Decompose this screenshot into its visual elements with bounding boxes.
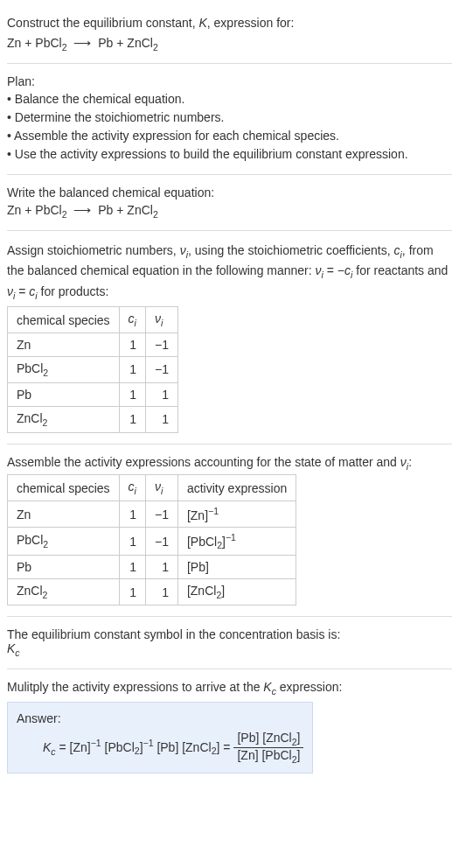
cell-ci: 1	[119, 579, 145, 606]
prompt-section: Construct the equilibrium constant, K, e…	[7, 7, 452, 60]
cell-vi: 1	[145, 556, 177, 579]
divider	[7, 174, 452, 175]
multiply-text: Mulitply the activity expressions to arr…	[7, 680, 452, 696]
cell-vi: 1	[145, 406, 177, 432]
cell-vi: −1	[145, 501, 177, 528]
cell-expr: [ZnCl2]	[177, 579, 296, 606]
cell-vi: −1	[145, 527, 177, 555]
col-header-species: chemical species	[8, 307, 120, 333]
cell-ci: 1	[119, 382, 145, 406]
cell-species: Zn	[8, 501, 120, 528]
table-row: ZnCl2 1 1	[8, 406, 178, 432]
cell-ci: 1	[119, 556, 145, 579]
prompt-text: Construct the equilibrium constant, K, e…	[7, 16, 294, 30]
multiply-section: Mulitply the activity expressions to arr…	[7, 673, 452, 780]
col-header-vi: νi	[145, 475, 177, 501]
activity-table: chemical species ci νi activity expressi…	[7, 474, 296, 606]
table-header-row: chemical species ci νi activity expressi…	[8, 475, 296, 501]
plan-section: Plan: • Balance the chemical equation. •…	[7, 67, 452, 171]
activity-section: Assemble the activity expressions accoun…	[7, 448, 452, 613]
cell-expr: [Pb]	[177, 556, 296, 579]
col-header-expr: activity expression	[177, 475, 296, 501]
kc-expression: Kc = [Zn]−1 [PbCl2]−1 [Pb] [ZnCl2] = [Pb…	[17, 731, 303, 765]
stoich-table: chemical species ci νi Zn 1 −1 PbCl2 1 −…	[7, 306, 178, 432]
divider	[7, 63, 452, 64]
kc-fraction: [Pb] [ZnCl2] [Zn] [PbCl2]	[233, 731, 303, 765]
kc-symbol: Kc	[7, 641, 452, 658]
cell-vi: −1	[145, 333, 177, 357]
table-row: ZnCl2 1 1 [ZnCl2]	[8, 579, 296, 606]
divider	[7, 444, 452, 444]
assemble-text: Assemble the activity expressions accoun…	[7, 455, 452, 472]
answer-label: Answer:	[17, 711, 303, 725]
cell-species: Pb	[8, 382, 120, 406]
cell-species: Pb	[8, 556, 120, 579]
prompt-text-1: Construct the equilibrium constant, K, e…	[7, 14, 452, 32]
plan-list: • Balance the chemical equation. • Deter…	[7, 90, 452, 164]
divider	[7, 230, 452, 231]
plan-item: • Balance the chemical equation.	[7, 90, 452, 108]
cell-ci: 1	[119, 357, 145, 383]
cell-expr: [PbCl2]−1	[177, 527, 296, 555]
kc-symbol-section: The equilibrium constant symbol in the c…	[7, 620, 452, 665]
balanced-heading: Write the balanced chemical equation:	[7, 186, 452, 200]
col-header-vi: νi	[145, 307, 177, 333]
divider	[7, 668, 452, 669]
cell-vi: 1	[145, 382, 177, 406]
cell-vi: −1	[145, 357, 177, 383]
cell-species: ZnCl2	[8, 579, 120, 606]
col-header-ci: ci	[119, 307, 145, 333]
assign-text: Assign stoichiometric numbers, νi, using…	[7, 242, 452, 304]
col-header-species: chemical species	[8, 475, 120, 501]
table-row: Zn 1 −1 [Zn]−1	[8, 501, 296, 528]
table-header-row: chemical species ci νi	[8, 307, 178, 333]
cell-expr: [Zn]−1	[177, 501, 296, 528]
cell-species: Zn	[8, 333, 120, 357]
cell-species: ZnCl2	[8, 406, 120, 432]
stoich-section: Assign stoichiometric numbers, νi, using…	[7, 234, 452, 440]
table-row: PbCl2 1 −1	[8, 357, 178, 383]
balanced-equation: Zn + PbCl2 ⟶ Pb + ZnCl2	[7, 203, 452, 220]
cell-vi: 1	[145, 579, 177, 606]
table-row: Pb 1 1	[8, 382, 178, 406]
cell-ci: 1	[119, 406, 145, 432]
initial-equation: Zn + PbCl2 ⟶ Pb + ZnCl2	[7, 36, 452, 52]
cell-ci: 1	[119, 527, 145, 555]
kc-numerator: [Pb] [ZnCl2]	[233, 731, 303, 748]
kc-lhs: Kc = [Zn]−1 [PbCl2]−1 [Pb] [ZnCl2] =	[43, 738, 230, 756]
plan-heading: Plan:	[7, 74, 452, 88]
cell-ci: 1	[119, 333, 145, 357]
plan-item: • Use the activity expressions to build …	[7, 145, 452, 164]
col-header-ci: ci	[119, 475, 145, 501]
answer-box: Answer: Kc = [Zn]−1 [PbCl2]−1 [Pb] [ZnCl…	[7, 702, 313, 774]
table-row: Zn 1 −1	[8, 333, 178, 357]
cell-species: PbCl2	[8, 527, 120, 555]
cell-ci: 1	[119, 501, 145, 528]
plan-item: • Determine the stoichiometric numbers.	[7, 108, 452, 127]
table-row: Pb 1 1 [Pb]	[8, 556, 296, 579]
table-row: PbCl2 1 −1 [PbCl2]−1	[8, 527, 296, 555]
kc-symbol-text: The equilibrium constant symbol in the c…	[7, 627, 452, 641]
divider	[7, 616, 452, 617]
balanced-section: Write the balanced chemical equation: Zn…	[7, 178, 452, 227]
cell-species: PbCl2	[8, 357, 120, 383]
kc-denominator: [Zn] [PbCl2]	[233, 748, 303, 765]
plan-item: • Assemble the activity expression for e…	[7, 127, 452, 145]
